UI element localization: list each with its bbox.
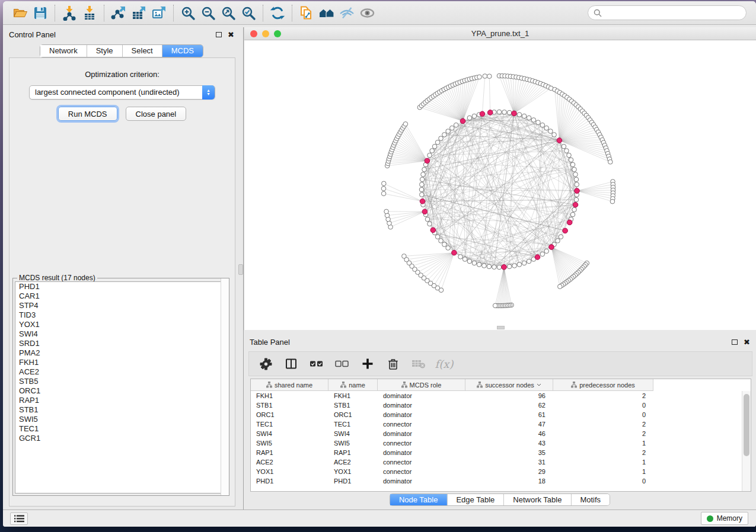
- cell-mcds-role[interactable]: connector: [378, 467, 465, 476]
- cell-shared-name[interactable]: SWI4: [251, 429, 328, 438]
- add-icon[interactable]: [361, 357, 375, 371]
- close-panel-button[interactable]: Close panel: [126, 107, 187, 121]
- network-graph-svg[interactable]: [244, 40, 756, 330]
- zoom-in-icon[interactable]: [178, 4, 198, 22]
- splitter-grip[interactable]: [238, 264, 243, 275]
- cell-successor-nodes[interactable]: 47: [465, 419, 553, 429]
- cell-name[interactable]: PHD1: [328, 476, 378, 486]
- cell-predecessor-nodes[interactable]: 2: [553, 429, 653, 438]
- table-panel-tab[interactable]: Network Table: [504, 494, 571, 505]
- column-header[interactable]: name: [328, 379, 378, 391]
- show-panels-button[interactable]: [10, 512, 28, 525]
- cell-predecessor-nodes[interactable]: 0: [553, 476, 653, 486]
- table-row[interactable]: TEC1 TEC1 connector 47 2: [251, 419, 751, 429]
- table-row[interactable]: YOX1 YOX1 connector 29 1: [251, 467, 751, 476]
- cell-name[interactable]: SWI5: [328, 438, 378, 448]
- cell-predecessor-nodes[interactable]: 0: [553, 400, 653, 410]
- search-field[interactable]: [588, 5, 747, 20]
- cell-predecessor-nodes[interactable]: 0: [553, 410, 653, 419]
- cell-name[interactable]: FKH1: [328, 391, 378, 400]
- cell-mcds-role[interactable]: connector: [378, 419, 465, 429]
- cell-predecessor-nodes[interactable]: 1: [553, 438, 653, 448]
- mcds-result-node[interactable]: CAR1: [15, 291, 227, 301]
- cell-successor-nodes[interactable]: 96: [465, 391, 553, 400]
- close-panel-icon[interactable]: ✖: [228, 31, 234, 39]
- mcds-result-list[interactable]: PHD1CAR1STP4TID3YOX1SWI4SRD1PMA2FKH1ACE2…: [15, 281, 227, 493]
- control-panel-tab[interactable]: Select: [123, 45, 162, 57]
- cell-mcds-role[interactable]: dominator: [378, 429, 465, 438]
- mcds-result-node[interactable]: STB5: [15, 377, 227, 386]
- control-panel-tab[interactable]: Network: [40, 45, 87, 57]
- cell-successor-nodes[interactable]: 62: [465, 400, 553, 410]
- cell-name[interactable]: STB1: [328, 400, 378, 410]
- export-image-icon[interactable]: [149, 4, 169, 22]
- cell-mcds-role[interactable]: dominator: [378, 410, 465, 419]
- cell-shared-name[interactable]: PHD1: [251, 476, 328, 486]
- refresh-icon[interactable]: [267, 4, 288, 22]
- copy-network-icon[interactable]: [296, 4, 317, 22]
- table-row[interactable]: ACE2 ACE2 connector 31 1: [251, 457, 751, 467]
- cell-shared-name[interactable]: RAP1: [251, 448, 328, 457]
- cell-name[interactable]: ORC1: [328, 410, 378, 419]
- cell-successor-nodes[interactable]: 18: [465, 476, 553, 486]
- mcds-result-node[interactable]: ACE2: [15, 367, 227, 377]
- cell-predecessor-nodes[interactable]: 2: [553, 391, 653, 400]
- cell-shared-name[interactable]: YOX1: [251, 467, 328, 476]
- mcds-result-node[interactable]: SWI5: [15, 415, 227, 424]
- column-header[interactable]: predecessor nodes: [553, 379, 653, 391]
- cell-successor-nodes[interactable]: 35: [465, 448, 553, 457]
- mcds-result-node[interactable]: STP4: [15, 301, 227, 310]
- mcds-result-node[interactable]: GCR1: [15, 434, 227, 443]
- mcds-result-node[interactable]: RAP1: [15, 396, 227, 405]
- cell-mcds-role[interactable]: connector: [378, 457, 465, 467]
- cell-shared-name[interactable]: SWI5: [251, 438, 328, 448]
- mcds-result-node[interactable]: PMA2: [15, 348, 227, 358]
- close-table-panel-icon[interactable]: ✖: [744, 338, 750, 346]
- column-header[interactable]: MCDS role: [378, 379, 465, 391]
- mcds-result-node[interactable]: SWI4: [15, 329, 227, 339]
- zoom-out-icon[interactable]: [198, 4, 218, 22]
- cell-shared-name[interactable]: ORC1: [251, 410, 328, 419]
- show-all-icon[interactable]: [357, 4, 377, 22]
- table-panel-tab[interactable]: Motifs: [571, 494, 610, 505]
- cell-successor-nodes[interactable]: 46: [465, 429, 553, 438]
- zoom-fit-icon[interactable]: [218, 4, 238, 22]
- cell-successor-nodes[interactable]: 31: [465, 457, 553, 467]
- hide-selected-icon[interactable]: [337, 4, 357, 22]
- mcds-result-node[interactable]: PHD1: [15, 282, 227, 291]
- cell-name[interactable]: RAP1: [328, 448, 378, 457]
- control-panel-tab[interactable]: MCDS: [162, 45, 203, 57]
- cell-successor-nodes[interactable]: 29: [465, 467, 553, 476]
- export-table-icon[interactable]: [129, 4, 149, 22]
- table-row[interactable]: PHD1 PHD1 dominator 18 0: [251, 476, 751, 486]
- import-network-icon[interactable]: [59, 4, 79, 22]
- cell-name[interactable]: ACE2: [328, 457, 378, 467]
- network-canvas[interactable]: [244, 40, 756, 330]
- mcds-result-node[interactable]: TID3: [15, 310, 227, 320]
- cell-successor-nodes[interactable]: 61: [465, 410, 553, 419]
- mcds-result-node[interactable]: ORC1: [15, 386, 227, 396]
- import-table-icon[interactable]: [79, 4, 100, 22]
- cell-mcds-role[interactable]: dominator: [378, 400, 465, 410]
- mcds-result-node[interactable]: SRD1: [15, 339, 227, 348]
- cell-mcds-role[interactable]: dominator: [378, 476, 465, 486]
- cell-shared-name[interactable]: ACE2: [251, 457, 328, 467]
- settings-icon[interactable]: [259, 357, 273, 371]
- table-row[interactable]: ORC1 ORC1 dominator 61 0: [251, 410, 751, 419]
- cell-predecessor-nodes[interactable]: 2: [553, 419, 653, 429]
- cell-name[interactable]: YOX1: [328, 467, 378, 476]
- delete-icon[interactable]: [386, 357, 400, 371]
- column-header[interactable]: shared name: [251, 379, 328, 391]
- cell-shared-name[interactable]: FKH1: [251, 391, 328, 400]
- control-panel-tab[interactable]: Style: [87, 45, 123, 57]
- cell-predecessor-nodes[interactable]: 2: [553, 448, 653, 457]
- cell-name[interactable]: TEC1: [328, 419, 378, 429]
- column-visibility-icon[interactable]: [284, 357, 298, 371]
- mcds-result-node[interactable]: STB1: [15, 405, 227, 415]
- cell-shared-name[interactable]: TEC1: [251, 419, 328, 429]
- float-table-panel-icon[interactable]: [732, 339, 738, 345]
- cell-name[interactable]: SWI4: [328, 429, 378, 438]
- cell-successor-nodes[interactable]: 43: [465, 438, 553, 448]
- cell-mcds-role[interactable]: connector: [378, 438, 465, 448]
- cell-predecessor-nodes[interactable]: 1: [553, 457, 653, 467]
